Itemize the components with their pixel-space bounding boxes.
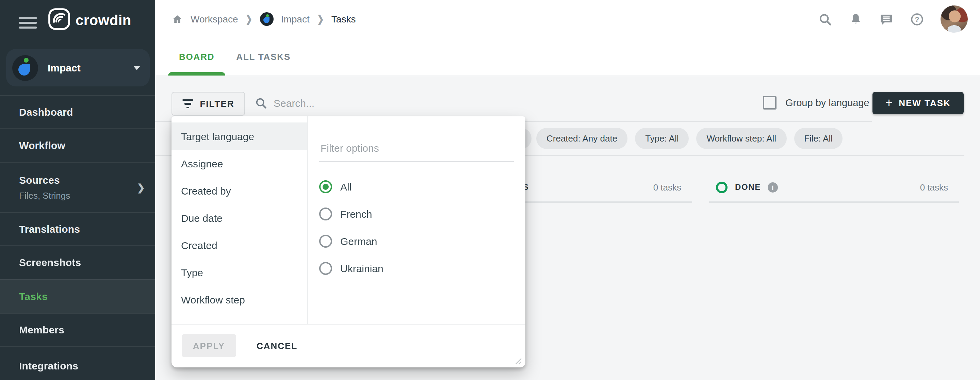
- filter-options-panel: AllFrenchGermanUkrainian: [308, 116, 525, 324]
- search-icon: [255, 97, 267, 110]
- cancel-button[interactable]: CANCEL: [253, 340, 301, 352]
- group-by-language-toggle[interactable]: Group by language: [763, 80, 869, 125]
- new-task-label: NEW TASK: [899, 98, 951, 108]
- filter-menu-item-workflow-step[interactable]: Workflow step: [172, 286, 307, 313]
- user-avatar[interactable]: [940, 5, 968, 33]
- chevron-down-icon: [134, 66, 140, 70]
- filter-option-label: Ukrainian: [340, 262, 383, 274]
- filter-chips: Created: Any dateType: AllWorkflow step:…: [536, 128, 843, 149]
- project-avatar: [12, 55, 38, 81]
- board-column-header: DONEi0 tasks: [709, 173, 959, 203]
- filter-funnel-icon: [182, 99, 193, 108]
- breadcrumb-workspace[interactable]: Workspace: [191, 14, 238, 24]
- info-icon[interactable]: i: [768, 182, 778, 192]
- filter-option-label: All: [340, 181, 352, 192]
- new-task-button[interactable]: + NEW TASK: [872, 92, 964, 114]
- crowdin-logo-icon: [48, 8, 71, 33]
- column-task-count: 0 tasks: [653, 182, 681, 192]
- home-icon[interactable]: [172, 13, 183, 25]
- search-icon[interactable]: [818, 12, 832, 26]
- sidebar-nav: DashboardWorkflowSourcesFiles, Strings❯T…: [0, 95, 155, 380]
- notifications-bell-icon[interactable]: [849, 12, 863, 26]
- apply-button[interactable]: APPLY: [182, 334, 236, 358]
- breadcrumb-impact[interactable]: Impact: [281, 14, 310, 24]
- sidebar-item-label: Dashboard: [19, 106, 155, 118]
- group-by-language-checkbox[interactable]: [763, 96, 776, 110]
- sidebar: crowdin Impact DashboardWorkflowSourcesF…: [0, 0, 155, 380]
- sidebar-item-workflow[interactable]: Workflow: [0, 128, 155, 162]
- filter-chip-workflow-step[interactable]: Workflow step: All: [696, 128, 786, 149]
- filter-option-french[interactable]: French: [319, 200, 514, 227]
- sidebar-item-label: Workflow: [19, 140, 155, 151]
- sidebar-item-integrations[interactable]: Integrations: [0, 346, 155, 380]
- radio-unselected-icon[interactable]: [319, 262, 332, 275]
- breadcrumb: Workspace❯Impact❯Tasks: [172, 0, 356, 38]
- breadcrumb-project-avatar: [260, 12, 274, 26]
- search-input[interactable]: [272, 97, 438, 110]
- filter-button-label: FILTER: [200, 99, 234, 109]
- sidebar-item-translations[interactable]: Translations: [0, 212, 155, 245]
- topbar: Workspace❯Impact❯Tasks ?: [155, 0, 980, 38]
- column-title: DONE: [735, 182, 761, 192]
- chevron-separator-icon: ❯: [246, 13, 253, 25]
- radio-unselected-icon[interactable]: [319, 234, 332, 247]
- sidebar-item-members[interactable]: Members: [0, 313, 155, 346]
- breadcrumb-tasks: Tasks: [331, 14, 356, 24]
- tab-all-tasks[interactable]: ALL TASKS: [225, 38, 301, 76]
- column-task-count: 0 tasks: [920, 182, 948, 192]
- filter-option-label: French: [340, 208, 372, 219]
- filter-menu-item-due-date[interactable]: Due date: [172, 204, 307, 231]
- filter-menu-item-assignee[interactable]: Assignee: [172, 150, 307, 177]
- group-by-language-label: Group by language: [785, 97, 869, 108]
- chevron-separator-icon: ❯: [317, 13, 324, 25]
- sidebar-item-label: Translations: [19, 223, 155, 235]
- sidebar-item-dashboard[interactable]: Dashboard: [0, 95, 155, 128]
- sidebar-item-subtitle: Files, Strings: [19, 191, 155, 201]
- project-logo-dot: [266, 14, 269, 17]
- filter-option-all[interactable]: All: [319, 173, 514, 200]
- messages-icon[interactable]: [879, 12, 894, 26]
- project-logo-drop: [263, 17, 269, 23]
- filter-chip-created[interactable]: Created: Any date: [536, 128, 627, 149]
- sidebar-item-tasks[interactable]: Tasks: [0, 279, 155, 313]
- filter-dropdown-footer: APPLY CANCEL: [172, 324, 525, 367]
- sidebar-item-label: Members: [19, 324, 155, 336]
- tab-board[interactable]: BOARD: [168, 38, 225, 76]
- radio-selected-icon[interactable]: [319, 180, 332, 193]
- filter-chip-type[interactable]: Type: All: [635, 128, 689, 149]
- sidebar-item-label: Integrations: [19, 359, 155, 371]
- filter-menu-item-created-by[interactable]: Created by: [172, 177, 307, 204]
- project-name: Impact: [48, 62, 81, 73]
- filter-option-label: German: [340, 235, 377, 246]
- sidebar-item-sources[interactable]: SourcesFiles, Strings❯: [0, 162, 155, 212]
- chevron-right-icon: ❯: [137, 182, 145, 192]
- filter-options-input[interactable]: [319, 135, 514, 162]
- app-window: crowdin Impact DashboardWorkflowSourcesF…: [0, 0, 980, 380]
- topbar-icons: ?: [818, 0, 968, 38]
- crowdin-wordmark: crowdin: [76, 12, 131, 29]
- filter-menu-item-created[interactable]: Created: [172, 231, 307, 259]
- crowdin-logo[interactable]: crowdin: [48, 8, 131, 33]
- help-icon[interactable]: ?: [910, 12, 924, 26]
- tabs: BOARDALL TASKS: [155, 38, 980, 76]
- sidebar-item-screenshots[interactable]: Screenshots: [0, 245, 155, 279]
- sidebar-item-label: Sources: [19, 174, 155, 186]
- sidebar-item-label: Screenshots: [19, 256, 155, 268]
- plus-icon: +: [885, 96, 892, 108]
- filter-option-ukrainian[interactable]: Ukrainian: [319, 254, 514, 282]
- filter-button[interactable]: FILTER: [172, 92, 245, 116]
- hamburger-menu-icon[interactable]: [19, 17, 37, 32]
- filter-menu: Target languageAssigneeCreated byDue dat…: [172, 116, 308, 324]
- filter-menu-item-target-language[interactable]: Target language: [172, 122, 307, 150]
- svg-text:?: ?: [915, 15, 919, 24]
- radio-unselected-icon[interactable]: [319, 207, 332, 220]
- status-circle-done: [716, 181, 727, 193]
- resize-handle[interactable]: [513, 355, 522, 364]
- filter-chip-file[interactable]: File: All: [794, 128, 843, 149]
- board-column-done: DONEi0 tasks: [709, 173, 959, 203]
- filter-options-list: AllFrenchGermanUkrainian: [319, 173, 514, 282]
- project-selector[interactable]: Impact: [6, 49, 150, 86]
- filter-option-german[interactable]: German: [319, 227, 514, 254]
- filter-dropdown: Target languageAssigneeCreated byDue dat…: [172, 116, 525, 367]
- filter-menu-item-type[interactable]: Type: [172, 259, 307, 286]
